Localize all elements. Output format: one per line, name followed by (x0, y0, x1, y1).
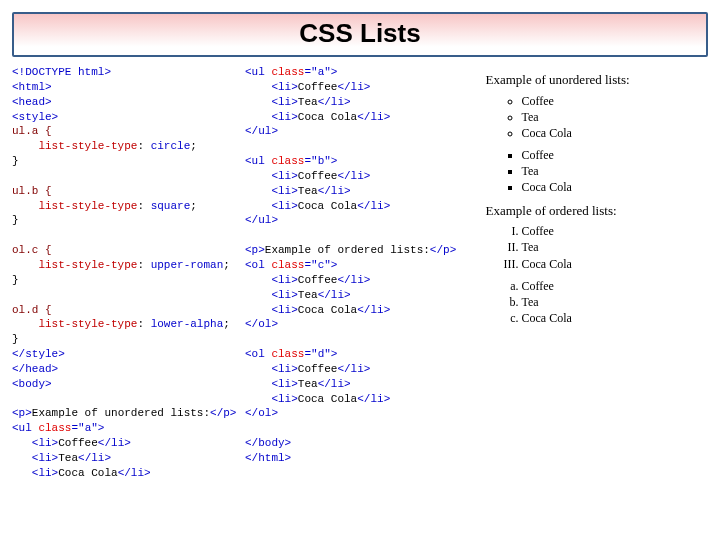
code-val: square (151, 200, 191, 212)
code-text: Example of unordered lists: (32, 407, 210, 419)
list-item: Tea (522, 294, 709, 310)
list-item: Coca Cola (522, 310, 709, 326)
list-item: Coffee (522, 223, 709, 239)
code-ul: <ul (245, 155, 271, 167)
output-ul-square: Coffee Tea Coca Cola (486, 147, 709, 196)
list-item: Tea (522, 109, 709, 125)
code-column-left: <!DOCTYPE html> <html> <head> <style> ul… (12, 65, 227, 523)
code-line: <!DOCTYPE html> (12, 66, 111, 78)
output-ul-circle: Coffee Tea Coca Cola (486, 93, 709, 142)
code-val: circle (151, 140, 191, 152)
code-selector: ol.c { (12, 244, 52, 256)
code-ul: <ul (245, 66, 271, 78)
code-line: <style> (12, 111, 58, 123)
code-prop: list-style-type (38, 318, 137, 330)
code-val: lower-alpha (151, 318, 224, 330)
output-ol-roman: Coffee Tea Coca Cola (486, 223, 709, 272)
page-title: CSS Lists (14, 18, 706, 49)
code-line: </head> (12, 363, 58, 375)
list-item: Coffee (522, 147, 709, 163)
code-ol: <ol (245, 348, 271, 360)
code-brace: } (12, 214, 19, 226)
output-heading-ordered: Example of ordered lists: (486, 202, 709, 220)
output-ol-alpha: Coffee Tea Coca Cola (486, 278, 709, 327)
list-item: Coca Cola (522, 179, 709, 195)
code-prop: list-style-type (38, 259, 137, 271)
code-prop: list-style-type (38, 200, 137, 212)
code-line: <body> (12, 378, 52, 390)
code-p-open: <p> (12, 407, 32, 419)
content-columns: <!DOCTYPE html> <html> <head> <style> ul… (12, 65, 708, 523)
code-selector: ul.a { (12, 125, 52, 137)
code-ul: <ul (12, 422, 38, 434)
list-item: Tea (522, 239, 709, 255)
list-item: Coca Cola (522, 256, 709, 272)
list-item: Coffee (522, 278, 709, 294)
code-val: upper-roman (151, 259, 224, 271)
output-heading-unordered: Example of unordered lists: (486, 71, 709, 89)
list-item: Tea (522, 163, 709, 179)
output-column: Example of unordered lists: Coffee Tea C… (486, 65, 709, 523)
code-column-middle: <ul class="a"> <li>Coffee</li> <li>Tea</… (245, 65, 468, 523)
code-brace: } (12, 274, 19, 286)
code-brace: } (12, 333, 19, 345)
title-banner: CSS Lists (12, 12, 708, 57)
code-brace: } (12, 155, 19, 167)
code-selector: ol.d { (12, 304, 52, 316)
code-line: <head> (12, 96, 52, 108)
code-ol: <ol (245, 259, 271, 271)
list-item: Coffee (522, 93, 709, 109)
code-line: </style> (12, 348, 65, 360)
code-prop: list-style-type (38, 140, 137, 152)
code-line: <html> (12, 81, 52, 93)
list-item: Coca Cola (522, 125, 709, 141)
code-selector: ul.b { (12, 185, 52, 197)
